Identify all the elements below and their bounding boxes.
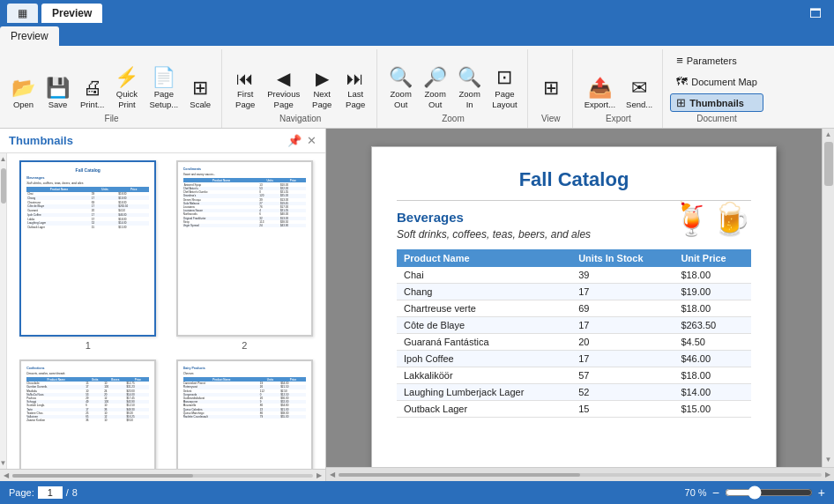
last-page-label: LastPage	[346, 89, 365, 109]
preview-tab[interactable]: Preview	[41, 4, 102, 23]
thumb-hscroll-left[interactable]: ◀	[4, 471, 9, 479]
print-icon: 🖨	[83, 78, 102, 98]
table-cell: $14.00	[674, 384, 751, 401]
zoom-out-label: ZoomOut	[391, 89, 412, 109]
table-row: Côte de Blaye17$263.50	[397, 317, 751, 334]
preview-h-scrollbar[interactable]: ◀ ▶	[326, 467, 834, 481]
send-label: Send...	[626, 100, 652, 109]
print-button[interactable]: 🖨 Print...	[76, 76, 108, 112]
thumb-header-icons: 📌 ✕	[287, 134, 316, 147]
page-layout-button[interactable]: ⊡ PageLayout	[488, 65, 522, 112]
first-page-button[interactable]: ⏮ FirstPage	[229, 67, 261, 112]
thumbnails-icon: ⊞	[676, 96, 686, 109]
scale-icon: ⊞	[192, 78, 208, 98]
beverages-section: Beverages	[397, 210, 665, 225]
export-button[interactable]: 📤 Export...	[580, 76, 620, 112]
thumb-page-1-img[interactable]: Fall Catalog Beverages Soft drinks, coff…	[19, 160, 156, 337]
table-cell: 17	[571, 317, 674, 334]
panel-tab[interactable]: ▦	[7, 4, 38, 23]
table-cell: $4.50	[674, 334, 751, 351]
open-button[interactable]: 📂 Open	[7, 76, 40, 112]
beverages-desc: Soft drinks, coffees, teas, beers, and a…	[397, 228, 665, 241]
table-row: Chartreuse verte69$18.00	[397, 300, 751, 317]
view-grid-button[interactable]: ⊞	[535, 76, 567, 112]
file-group-label: File	[105, 114, 119, 126]
preview-hscroll-right[interactable]: ▶	[825, 471, 830, 478]
thumbnails-panel: Thumbnails 📌 ✕ ▲ ▼ Fall Catalog	[0, 129, 326, 481]
prev-page-button[interactable]: ◀ PreviousPage	[263, 67, 304, 112]
restore-button[interactable]: 🗖	[804, 4, 827, 22]
table-cell: 69	[571, 300, 674, 317]
document-group-label: Document	[696, 114, 737, 126]
thumbnails-button[interactable]: ⊞ Thumbnails	[670, 93, 763, 112]
open-icon: 📂	[11, 78, 35, 98]
zoom-in-button[interactable]: 🔍 ZoomIn	[453, 65, 486, 112]
zoom-plus-button[interactable]: +	[818, 485, 825, 500]
thumbnails-header: Thumbnails 📌 ✕	[0, 129, 325, 153]
col-header-name: Product Name	[397, 249, 571, 267]
page-info: Page: / 8	[9, 486, 78, 499]
page-number-input[interactable]	[38, 486, 63, 499]
next-page-button[interactable]: ▶ NextPage	[306, 67, 338, 112]
thumb-scroll-up[interactable]: ▲	[0, 155, 6, 163]
thumb-page-4-img[interactable]: Dairy Products Cheeses Product NameUnits…	[176, 359, 313, 469]
ribbon-tab-bar: Preview	[0, 26, 834, 46]
send-icon: ✉	[631, 78, 647, 98]
preview-scroll-up[interactable]: ▲	[825, 130, 832, 138]
table-row: Laughing Lumberjack Lager52$14.00	[397, 384, 751, 401]
table-cell: Guaraná Fantástica	[397, 334, 571, 351]
ribbon-group-document: ≡ Parameters 🗺 Document Map ⊞ Thumbnails…	[665, 49, 769, 128]
products-table: Product Name Units In Stock Unit Price C…	[397, 249, 751, 418]
save-label: Save	[48, 100, 68, 109]
zoom-100-button[interactable]: 🔎 ZoomOut	[419, 65, 451, 112]
table-cell: Chang	[397, 284, 571, 300]
thumb-page-1[interactable]: Fall Catalog Beverages Soft drinks, coff…	[14, 160, 162, 351]
thumb-page-2[interactable]: Condiments Sweet and savory sauces... Pr…	[171, 160, 319, 351]
table-cell: $18.00	[674, 267, 751, 284]
scale-button[interactable]: ⊞ Scale	[184, 76, 216, 112]
thumb-page-3-img[interactable]: Confections Desserts, candies, sweet bre…	[19, 359, 156, 469]
close-thumbnails-icon[interactable]: ✕	[307, 134, 316, 147]
first-page-icon: ⏮	[236, 70, 254, 87]
table-cell: 17	[571, 351, 674, 367]
preview-scroll-down[interactable]: ▼	[825, 456, 832, 463]
ribbon-content: 📂 Open 💾 Save 🖨 Print... ⚡ QuickPrint 📄	[0, 46, 834, 128]
send-button[interactable]: ✉ Send...	[622, 76, 657, 112]
page-layout-icon: ⊡	[496, 68, 512, 87]
prev-page-label: PreviousPage	[267, 89, 300, 109]
document-map-icon: 🗺	[676, 75, 688, 88]
zoom-out-button[interactable]: 🔍 ZoomOut	[384, 65, 417, 112]
pin-icon[interactable]: 📌	[287, 134, 302, 147]
zoom-minus-button[interactable]: −	[712, 485, 719, 500]
document-map-label: Document Map	[691, 77, 757, 87]
document-map-button[interactable]: 🗺 Document Map	[670, 72, 763, 91]
thumb-hscroll-right[interactable]: ▶	[316, 471, 322, 479]
view-grid-icon: ⊞	[543, 78, 559, 98]
preview-scroll[interactable]: Fall Catalog Beverages Soft drinks, coff…	[326, 129, 822, 467]
last-page-button[interactable]: ⏭ LastPage	[339, 67, 371, 112]
ribbon-group-navigation: ⏮ FirstPage ◀ PreviousPage ▶ NextPage ⏭ …	[224, 49, 377, 128]
preview-hscroll-left[interactable]: ◀	[330, 471, 335, 478]
thumb-h-scrollbar[interactable]: ◀ ▶	[0, 469, 325, 481]
thumb-page-3[interactable]: Confections Desserts, candies, sweet bre…	[14, 359, 162, 469]
table-row: Outback Lager15$15.00	[397, 401, 751, 418]
table-row: Chang17$19.00	[397, 284, 751, 300]
page-setup-button[interactable]: 📄 PageSetup...	[145, 65, 182, 112]
thumb-page-2-img[interactable]: Condiments Sweet and savory sauces... Pr…	[176, 160, 313, 337]
thumbnails-scroll[interactable]: Fall Catalog Beverages Soft drinks, coff…	[7, 153, 325, 469]
main-area: Thumbnails 📌 ✕ ▲ ▼ Fall Catalog	[0, 129, 834, 481]
thumb-scroll-down[interactable]: ▼	[0, 459, 6, 467]
table-cell: Chartreuse verte	[397, 300, 571, 317]
quick-print-button[interactable]: ⚡ QuickPrint	[110, 65, 143, 112]
save-button[interactable]: 💾 Save	[41, 76, 74, 112]
page-total: 8	[72, 487, 78, 498]
zoom-100-label: ZoomOut	[425, 89, 446, 109]
zoom-slider[interactable]	[725, 485, 813, 500]
quick-print-icon: ⚡	[115, 68, 138, 87]
parameters-button[interactable]: ≡ Parameters	[670, 51, 763, 70]
tab-preview[interactable]: Preview	[0, 26, 59, 46]
thumb-page-4[interactable]: Dairy Products Cheeses Product NameUnits…	[171, 359, 319, 469]
zoom-group-label: Zoom	[442, 114, 465, 126]
zoom-in-icon: 🔍	[458, 68, 481, 87]
parameters-label: Parameters	[687, 56, 737, 66]
